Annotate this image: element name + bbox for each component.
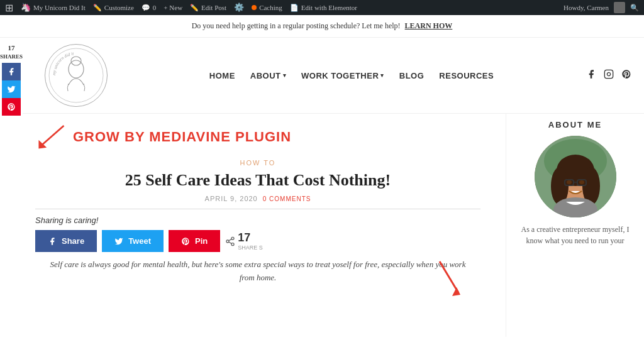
svg-line-12 <box>229 239 232 241</box>
notice-bar: Do you need help getting in a regular po… <box>0 15 644 38</box>
svg-point-25 <box>579 180 584 184</box>
svg-rect-4 <box>604 70 613 78</box>
notice-link[interactable]: LEARN HOW <box>405 21 453 30</box>
share-icon <box>225 236 235 246</box>
work-dropdown-arrow: ▾ <box>380 72 384 79</box>
wp-logo[interactable]: ⊞ <box>5 2 13 14</box>
sidebar-twitter-button[interactable] <box>2 80 21 98</box>
notice-text: Do you need help getting in a regular po… <box>192 21 401 30</box>
nav-home[interactable]: HOME <box>209 71 235 80</box>
post-separator <box>35 209 480 209</box>
site-name[interactable]: 🦄 My Unicorn Did It <box>21 3 86 13</box>
share-arrow-icon <box>430 258 468 305</box>
left-share-sidebar: 17 SHARES <box>0 38 23 337</box>
grow-plugin-text: GROW BY MEDIAVINE PLUGIN <box>73 129 291 145</box>
about-avatar <box>535 136 616 217</box>
post-comments-link[interactable]: 0 COMMENTS <box>263 195 311 202</box>
logo-svg: my unicorn did it <box>48 47 104 104</box>
wp-icon-2: ⚙️ <box>234 3 244 13</box>
admin-bar-right: Howdy, Carmen 🔍 <box>564 2 639 13</box>
svg-line-11 <box>229 242 232 244</box>
post-date: APRIL 9, 2020 <box>205 195 258 202</box>
about-dropdown-arrow: ▾ <box>283 72 287 79</box>
share-count-badge: 17 SHARE S <box>225 231 263 251</box>
search-icon[interactable]: 🔍 <box>630 4 639 12</box>
customize-link[interactable]: ✏️ Customize <box>93 4 134 12</box>
logo-area: my unicorn did it <box>35 44 117 107</box>
edit-post-link[interactable]: ✏️ Edit Post <box>190 4 226 12</box>
share-buttons: Share Tweet Pin 17 <box>35 230 480 252</box>
sidebar-share-count: 17 SHARES <box>0 44 23 60</box>
header-social <box>586 69 631 82</box>
howdy-text: Howdy, Carmen <box>564 4 609 11</box>
header-pinterest-icon[interactable] <box>621 69 631 82</box>
edit-elementor-link[interactable]: 📄 Edit with Elementor <box>290 4 357 12</box>
avatar-illustration <box>535 136 616 217</box>
main-content: GROW BY MEDIAVINE PLUGIN HOW TO 25 Self … <box>23 114 644 337</box>
svg-point-24 <box>567 180 572 184</box>
article-area: GROW BY MEDIAVINE PLUGIN HOW TO 25 Self … <box>23 114 506 337</box>
site-logo[interactable]: my unicorn did it <box>45 44 108 107</box>
new-post-link[interactable]: + New <box>164 4 182 11</box>
pinterest-share-button[interactable]: Pin <box>169 230 220 252</box>
svg-line-13 <box>440 261 458 293</box>
nav-about[interactable]: ABOUT ▾ <box>250 71 286 80</box>
site-nav: HOME ABOUT ▾ WORK TOGETHER ▾ BLOG RESOUR… <box>130 71 574 80</box>
post-excerpt: Self care is always good for mental heal… <box>35 258 480 285</box>
about-text: As a creative entrepreneur myself, I kno… <box>519 224 631 246</box>
svg-point-1 <box>69 60 84 78</box>
post-meta: APRIL 9, 2020 0 COMMENTS <box>35 195 480 202</box>
admin-avatar[interactable] <box>614 2 625 13</box>
comments-count[interactable]: 💬 0 <box>142 4 157 12</box>
header-facebook-icon[interactable] <box>586 69 596 82</box>
admin-bar: ⊞ 🦄 My Unicorn Did It ✏️ Customize 💬 0 +… <box>0 0 644 15</box>
post-category: HOW TO <box>35 159 480 167</box>
share-label: Sharing is caring! <box>35 216 480 225</box>
post-header: HOW TO 25 Self Care Ideas That Cost Noth… <box>35 159 480 202</box>
header-instagram-icon[interactable] <box>604 69 614 82</box>
right-sidebar: ABOUT ME <box>506 114 644 337</box>
svg-point-10 <box>231 243 234 245</box>
post-title: 25 Self Care Ideas That Cost Nothing! <box>35 170 480 190</box>
nav-work-together[interactable]: WORK TOGETHER ▾ <box>301 71 384 80</box>
svg-point-9 <box>226 240 229 243</box>
main-wrapper: 17 SHARES <box>0 38 644 337</box>
site-header: my unicorn did it HOME ABOUT ▾ WORK TOGE… <box>23 38 644 114</box>
about-me-title: ABOUT ME <box>519 120 631 129</box>
share-section: Sharing is caring! Share Tweet Pin <box>35 216 480 252</box>
sidebar-pinterest-button[interactable] <box>2 98 21 116</box>
twitter-share-button[interactable]: Tweet <box>102 230 164 252</box>
grow-arrow-icon <box>35 120 67 154</box>
content-area: my unicorn did it HOME ABOUT ▾ WORK TOGE… <box>23 38 644 337</box>
grow-notice: GROW BY MEDIAVINE PLUGIN <box>35 120 480 154</box>
svg-marker-14 <box>452 287 460 296</box>
facebook-share-button[interactable]: Share <box>35 230 97 252</box>
nav-blog[interactable]: BLOG <box>399 71 425 80</box>
nav-resources[interactable]: RESOURCES <box>439 71 494 80</box>
share-count-number: 17 SHARE S <box>238 231 263 251</box>
svg-text:my unicorn did it: my unicorn did it <box>52 51 75 75</box>
sidebar-facebook-button[interactable] <box>2 63 21 80</box>
svg-line-6 <box>41 126 64 146</box>
svg-point-8 <box>231 237 234 239</box>
caching-link[interactable]: Caching <box>252 4 282 11</box>
